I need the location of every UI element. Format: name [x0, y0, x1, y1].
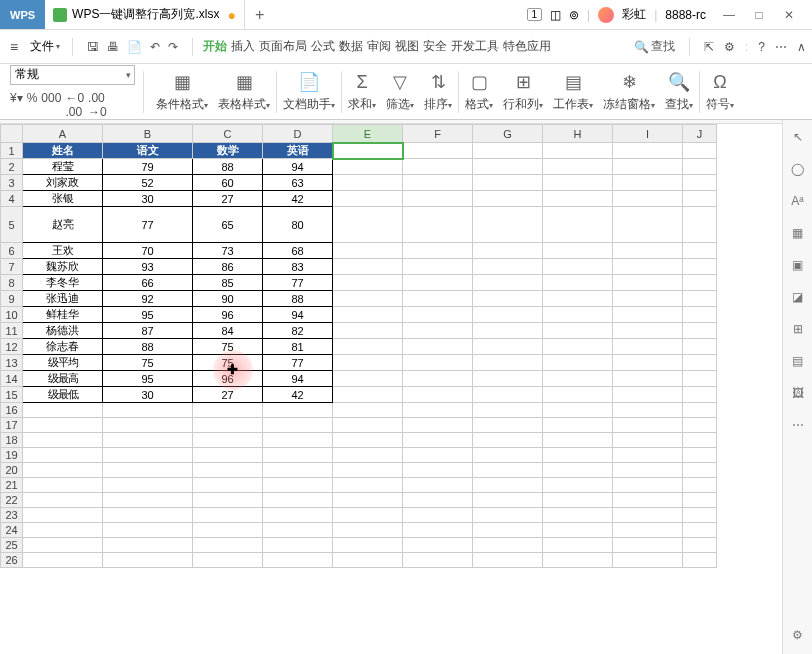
row-header[interactable]: 15: [1, 387, 23, 403]
cell[interactable]: [613, 493, 683, 508]
cell[interactable]: 张迅迪: [23, 291, 103, 307]
cell[interactable]: 66: [103, 275, 193, 291]
cell[interactable]: [613, 191, 683, 207]
cell[interactable]: [683, 523, 717, 538]
cell[interactable]: [333, 523, 403, 538]
cell[interactable]: [683, 508, 717, 523]
cell[interactable]: [473, 463, 543, 478]
cell[interactable]: [263, 448, 333, 463]
row-header[interactable]: 13: [1, 355, 23, 371]
cell[interactable]: [683, 207, 717, 243]
cell[interactable]: [403, 159, 473, 175]
currency-icon[interactable]: ¥▾: [10, 91, 23, 119]
cell[interactable]: [403, 259, 473, 275]
cell[interactable]: 86: [193, 259, 263, 275]
cell[interactable]: [103, 493, 193, 508]
cell[interactable]: [613, 553, 683, 568]
cell[interactable]: [683, 387, 717, 403]
cell[interactable]: 42: [263, 387, 333, 403]
cell[interactable]: [473, 508, 543, 523]
cell[interactable]: [543, 243, 613, 259]
cell[interactable]: [683, 307, 717, 323]
cell[interactable]: [613, 508, 683, 523]
cell[interactable]: [333, 403, 403, 418]
cell[interactable]: [683, 538, 717, 553]
cell[interactable]: 73: [193, 243, 263, 259]
cell[interactable]: [543, 418, 613, 433]
cell[interactable]: [263, 493, 333, 508]
cell[interactable]: [683, 418, 717, 433]
file-menu[interactable]: 文件 ▾: [26, 38, 64, 55]
cell[interactable]: [473, 159, 543, 175]
cell[interactable]: [403, 323, 473, 339]
cell[interactable]: [613, 275, 683, 291]
menu-特色应用[interactable]: 特色应用: [501, 38, 553, 55]
row-header[interactable]: 14: [1, 371, 23, 387]
col-header-F[interactable]: F: [403, 125, 473, 143]
cell[interactable]: [543, 143, 613, 159]
cell[interactable]: [613, 307, 683, 323]
cell[interactable]: [683, 323, 717, 339]
cell[interactable]: [333, 371, 403, 387]
cell[interactable]: [473, 478, 543, 493]
menu-页面布局[interactable]: 页面布局: [257, 38, 309, 55]
cell[interactable]: 95: [103, 307, 193, 323]
close-button[interactable]: ✕: [774, 5, 804, 25]
cell[interactable]: 87: [103, 323, 193, 339]
cell[interactable]: [403, 191, 473, 207]
cell[interactable]: [683, 159, 717, 175]
cell[interactable]: 81: [263, 339, 333, 355]
cell[interactable]: [103, 418, 193, 433]
cell[interactable]: [543, 508, 613, 523]
cell[interactable]: [543, 259, 613, 275]
cell[interactable]: 42: [263, 191, 333, 207]
cell[interactable]: 27: [193, 191, 263, 207]
cell[interactable]: [333, 207, 403, 243]
minimize-button[interactable]: —: [714, 5, 744, 25]
cell[interactable]: [683, 243, 717, 259]
cell[interactable]: 30: [103, 191, 193, 207]
cell[interactable]: [333, 508, 403, 523]
menu-数据[interactable]: 数据: [337, 38, 365, 55]
cell[interactable]: 级平均: [23, 355, 103, 371]
cell[interactable]: [403, 355, 473, 371]
comma-icon[interactable]: 000: [41, 91, 61, 119]
cell[interactable]: [23, 463, 103, 478]
cell[interactable]: [103, 508, 193, 523]
cell[interactable]: [683, 463, 717, 478]
cell[interactable]: 95: [103, 371, 193, 387]
row-header[interactable]: 4: [1, 191, 23, 207]
save-icon[interactable]: 🖫: [87, 40, 99, 54]
cell[interactable]: [613, 243, 683, 259]
cell[interactable]: 68: [263, 243, 333, 259]
cell[interactable]: [543, 275, 613, 291]
undo-icon[interactable]: ↶: [150, 40, 160, 54]
picture-tool-icon[interactable]: 🖼: [792, 386, 804, 400]
cell[interactable]: [193, 418, 263, 433]
chart-tool-icon[interactable]: ◪: [792, 290, 803, 304]
menu-插入[interactable]: 插入: [229, 38, 257, 55]
cell[interactable]: [613, 448, 683, 463]
cell[interactable]: [473, 433, 543, 448]
help-icon[interactable]: ?: [758, 40, 765, 54]
cell[interactable]: [103, 553, 193, 568]
cell[interactable]: [23, 523, 103, 538]
cell[interactable]: 94: [263, 307, 333, 323]
cell[interactable]: [103, 448, 193, 463]
cell[interactable]: [473, 143, 543, 159]
select-tool-icon[interactable]: ↖: [793, 130, 803, 144]
cell[interactable]: [263, 553, 333, 568]
cell[interactable]: [263, 523, 333, 538]
cell[interactable]: [473, 523, 543, 538]
cell[interactable]: [23, 493, 103, 508]
cell[interactable]: 英语: [263, 143, 333, 159]
cell[interactable]: [333, 355, 403, 371]
cell[interactable]: [473, 259, 543, 275]
cell[interactable]: [613, 291, 683, 307]
row-header[interactable]: 7: [1, 259, 23, 275]
row-header[interactable]: 9: [1, 291, 23, 307]
cell-style-combo[interactable]: 常规 ▾: [10, 65, 135, 85]
cell[interactable]: [403, 175, 473, 191]
cell[interactable]: [613, 478, 683, 493]
cell[interactable]: [543, 355, 613, 371]
